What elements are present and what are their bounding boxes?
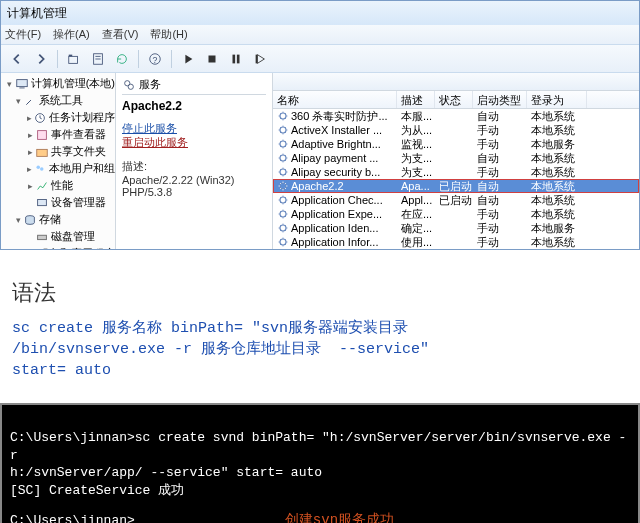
separator xyxy=(138,50,139,68)
gear-icon xyxy=(277,208,289,220)
service-startup: 手动 xyxy=(473,249,527,250)
service-row[interactable]: Application Chec...Appl...已启动自动本地系统 xyxy=(273,193,639,207)
wrench-icon xyxy=(23,94,37,108)
tree-storage[interactable]: ▾存储 xyxy=(1,211,115,228)
tree-disk-mgmt[interactable]: 磁盘管理 xyxy=(1,228,115,245)
tree-event-viewer[interactable]: ▸事件查看器 xyxy=(1,126,115,143)
svg-rect-18 xyxy=(38,199,47,205)
back-button[interactable] xyxy=(7,49,27,69)
list-header: 名称 描述 状态 启动类型 登录为 xyxy=(273,91,639,109)
service-startup: 手动 xyxy=(473,221,527,236)
gear-icon xyxy=(277,236,289,248)
service-startup: 自动 xyxy=(473,179,527,194)
service-logon: 本地系统 xyxy=(527,165,587,180)
stop-service-link[interactable]: 停止此服务 xyxy=(122,121,266,135)
service-name: Application Chec... xyxy=(291,194,383,206)
svg-rect-11 xyxy=(16,79,27,86)
service-row[interactable]: 360 杀毒实时防护...本服...自动本地系统 xyxy=(273,109,639,123)
service-row[interactable]: Alipay security b...为支...手动本地系统 xyxy=(273,165,639,179)
col-desc[interactable]: 描述 xyxy=(397,91,435,108)
tree-system-tools[interactable]: ▾系统工具 xyxy=(1,92,115,109)
service-row[interactable]: Alipay payment ...为支...自动本地系统 xyxy=(273,151,639,165)
service-row[interactable]: Application Infor...使用...手动本地系统 xyxy=(273,235,639,249)
separator xyxy=(171,50,172,68)
tree-shared-folders[interactable]: ▸共享文件夹 xyxy=(1,143,115,160)
tree-root[interactable]: ▾计算机管理(本地) xyxy=(1,75,115,92)
menu-view[interactable]: 查看(V) xyxy=(102,27,139,42)
stop-button[interactable] xyxy=(202,49,222,69)
service-row[interactable]: Apache2.2Apa...已启动自动本地系统 xyxy=(273,179,639,193)
service-name: Application Infor... xyxy=(291,236,378,248)
service-name: 360 杀毒实时防护... xyxy=(291,109,388,124)
service-startup: 自动 xyxy=(473,109,527,124)
service-startup: 手动 xyxy=(473,123,527,138)
service-name: Application Expe... xyxy=(291,208,382,220)
col-startup[interactable]: 启动类型 xyxy=(473,91,527,108)
services-list: 名称 描述 状态 启动类型 登录为 360 杀毒实时防护...本服...自动本地… xyxy=(273,73,639,249)
service-name: Alipay payment ... xyxy=(291,152,378,164)
gears-icon xyxy=(122,78,136,92)
service-logon: 本地服务 xyxy=(527,249,587,250)
terminal: C:\Users\jinnan>sc create svnd binPath= … xyxy=(0,403,640,523)
gear-icon xyxy=(277,166,289,178)
restart-service-link[interactable]: 重启动此服务 xyxy=(122,135,266,149)
service-desc: 为支... xyxy=(397,151,435,166)
col-logon[interactable]: 登录为 xyxy=(527,91,587,108)
service-name: ActiveX Installer ... xyxy=(291,124,382,136)
menu-action[interactable]: 操作(A) xyxy=(53,27,90,42)
terminal-line: [SC] CreateService 成功 xyxy=(10,482,630,500)
service-logon: 本地系统 xyxy=(527,193,587,208)
service-startup: 自动 xyxy=(473,193,527,208)
list-toolbar xyxy=(273,73,639,91)
service-desc: 监视... xyxy=(397,137,435,152)
service-row[interactable]: Adaptive Brightn...监视...手动本地服务 xyxy=(273,137,639,151)
terminal-line: h:/svnServer/app/ --service" start= auto xyxy=(10,464,630,482)
help-button[interactable]: ? xyxy=(145,49,165,69)
service-logon: 本地服务 xyxy=(527,137,587,152)
tree-task-scheduler[interactable]: ▸任务计划程序 xyxy=(1,109,115,126)
gear-icon xyxy=(277,138,289,150)
tree-device-manager[interactable]: 设备管理器 xyxy=(1,194,115,211)
tree-services-apps[interactable]: ▾服务和应用程序 xyxy=(1,245,115,249)
tree-performance[interactable]: ▸性能 xyxy=(1,177,115,194)
service-row[interactable]: Application Iden...确定...手动本地服务 xyxy=(273,221,639,235)
folder-share-icon xyxy=(35,145,49,159)
restart-button[interactable] xyxy=(250,49,270,69)
pause-button[interactable] xyxy=(226,49,246,69)
users-icon xyxy=(33,162,47,176)
start-button[interactable] xyxy=(178,49,198,69)
menu-file[interactable]: 文件(F) xyxy=(5,27,41,42)
service-startup: 手动 xyxy=(473,165,527,180)
col-name[interactable]: 名称 xyxy=(273,91,397,108)
service-row[interactable]: Application Expe...在应...手动本地系统 xyxy=(273,207,639,221)
description-label: 描述: xyxy=(122,159,266,174)
service-startup: 自动 xyxy=(473,151,527,166)
gear-icon xyxy=(277,110,289,122)
syntax-heading: 语法 xyxy=(12,278,628,308)
service-name: Apache2.2 xyxy=(291,180,344,192)
svg-rect-14 xyxy=(38,130,47,139)
service-row[interactable]: ActiveX Installer ...为从...手动本地系统 xyxy=(273,123,639,137)
mmc-window: 计算机管理 文件(F) 操作(A) 查看(V) 帮助(H) ? ▾计算机管理(本… xyxy=(0,0,640,250)
forward-button[interactable] xyxy=(31,49,51,69)
terminal-prompt: C:\Users\jinnan> xyxy=(10,513,135,523)
refresh-button[interactable] xyxy=(112,49,132,69)
device-icon xyxy=(35,196,49,210)
service-logon: 本地系统 xyxy=(527,123,587,138)
up-button[interactable] xyxy=(64,49,84,69)
tree-local-users[interactable]: ▸本地用户和组 xyxy=(1,160,115,177)
properties-button[interactable] xyxy=(88,49,108,69)
title-bar[interactable]: 计算机管理 xyxy=(1,1,639,25)
disk-icon xyxy=(35,230,49,244)
menu-help[interactable]: 帮助(H) xyxy=(150,27,187,42)
service-desc: 为支... xyxy=(397,165,435,180)
service-desc: 本服... xyxy=(397,109,435,124)
service-startup: 手动 xyxy=(473,207,527,222)
service-logon: 本地系统 xyxy=(527,151,587,166)
col-status[interactable]: 状态 xyxy=(435,91,473,108)
window-title: 计算机管理 xyxy=(7,5,67,22)
service-desc: Appl... xyxy=(397,194,435,206)
selected-service-name: Apache2.2 xyxy=(122,99,266,113)
svg-rect-0 xyxy=(69,56,78,63)
svg-text:?: ? xyxy=(153,54,158,64)
